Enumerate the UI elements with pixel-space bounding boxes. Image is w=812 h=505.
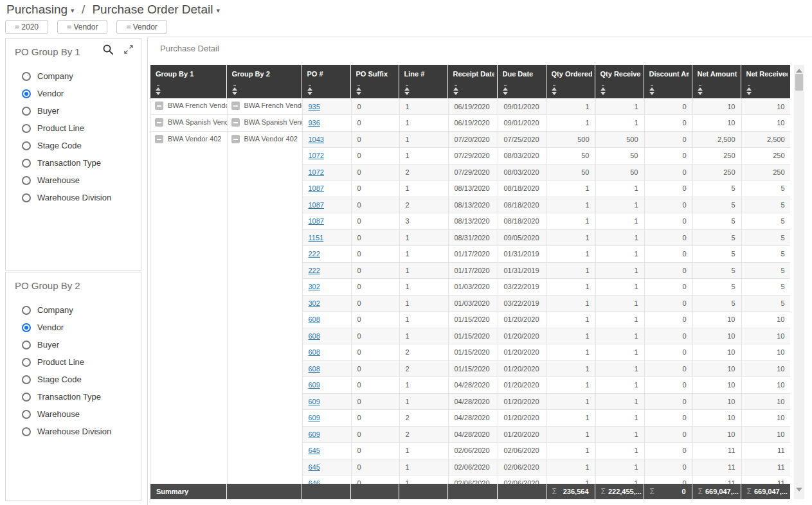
breadcrumb-section-dropdown[interactable]: Purchasing ▾ [6,3,75,17]
collapse-group-icon[interactable] [231,102,240,110]
radio-button-icon[interactable] [22,410,31,419]
sort-icon[interactable] [746,85,752,95]
po-number-link[interactable]: 645 [309,447,320,454]
po-number-link[interactable]: 1087 [309,217,324,225]
sort-icon[interactable] [600,85,606,95]
radio-button-icon[interactable] [22,306,31,315]
column-header-qty-ordered[interactable]: Qty Ordered [546,65,595,98]
sort-icon[interactable] [453,85,458,95]
search-icon[interactable] [102,44,114,55]
scroll-up-arrow-icon[interactable] [796,69,802,73]
radio-button-icon[interactable] [22,358,31,367]
column-header-net-received[interactable]: Net Received [741,65,790,98]
po-number-link[interactable]: 935 [309,103,320,111]
po-number-link[interactable]: 222 [309,267,320,274]
radio-option-warehouse[interactable]: Warehouse [6,405,141,423]
radio-option-vendor[interactable]: Vendor [6,85,141,102]
collapse-group-icon[interactable] [155,118,163,127]
po-number-link[interactable]: 936 [309,119,320,127]
po-number-link[interactable]: 1087 [309,184,324,192]
column-header-group-by-2[interactable]: Group By 2 [226,65,302,98]
radio-button-icon[interactable] [22,107,31,116]
radio-button-icon[interactable] [22,141,31,150]
filter-chip[interactable]: = 2020 [5,20,48,34]
po-number-link[interactable]: 608 [309,315,320,323]
radio-option-buyer[interactable]: Buyer [6,336,141,353]
po-number-link[interactable]: 645 [309,463,320,471]
sort-icon[interactable] [649,85,654,95]
radio-option-vendor[interactable]: Vendor [6,319,141,336]
sort-icon[interactable] [698,85,703,95]
column-header-po-suffix[interactable]: PO Suffix [350,65,399,98]
po-number-link[interactable]: 646 [309,479,320,484]
column-header-po-[interactable]: PO # [302,65,350,98]
po-number-link[interactable]: 609 [309,398,320,405]
radio-button-icon[interactable] [22,323,31,332]
radio-option-stage-code[interactable]: Stage Code [6,137,141,154]
radio-option-stage-code[interactable]: Stage Code [6,371,141,388]
radio-option-transaction-type[interactable]: Transaction Type [6,388,141,405]
data-cell: 1 [595,475,644,484]
column-header-line-[interactable]: Line # [399,65,447,98]
radio-option-company[interactable]: Company [6,301,141,319]
sort-icon[interactable] [356,85,361,95]
expand-icon[interactable] [123,44,134,55]
radio-button-icon[interactable] [22,341,31,350]
po-number-link[interactable]: 609 [309,381,320,389]
radio-option-company[interactable]: Company [6,67,141,85]
sort-icon[interactable] [404,85,410,95]
radio-button-icon[interactable] [22,72,31,81]
filter-chip[interactable]: = Vendor [57,20,107,34]
po-number-link[interactable]: 609 [309,414,320,421]
summary-cell: Σ236,564 [546,484,595,499]
sort-icon[interactable] [307,85,312,95]
column-header-qty-received[interactable]: Qty Received [595,65,644,98]
collapse-group-icon[interactable] [231,135,240,143]
radio-option-product-line[interactable]: Product Line [6,353,141,371]
radio-option-warehouse-division[interactable]: Warehouse Division [6,189,141,206]
radio-option-buyer[interactable]: Buyer [6,102,141,120]
radio-button-icon[interactable] [22,393,31,402]
po-number-link[interactable]: 609 [309,430,320,438]
radio-option-warehouse-division[interactable]: Warehouse Division [6,423,141,440]
radio-button-icon[interactable] [22,193,31,202]
po-number-link[interactable]: 1087 [309,201,324,209]
radio-button-icon[interactable] [22,176,31,185]
scrollbar-thumb[interactable] [795,74,803,91]
collapse-group-icon[interactable] [155,135,163,143]
sort-icon[interactable] [156,85,161,95]
po-number-link[interactable]: 222 [309,250,320,258]
radio-option-transaction-type[interactable]: Transaction Type [6,154,141,172]
column-header-group-by-1[interactable]: Group By 1 [150,65,226,98]
po-number-link[interactable]: 608 [309,365,320,373]
po-number-link[interactable]: 302 [309,283,320,290]
scroll-down-arrow-icon[interactable] [796,488,802,492]
column-header-net-amount[interactable]: Net Amount [692,65,741,98]
collapse-group-icon[interactable] [231,118,240,127]
po-number-link[interactable]: 608 [309,332,320,340]
sort-icon[interactable] [503,85,508,95]
radio-button-icon[interactable] [22,375,31,384]
radio-button-icon[interactable] [22,159,31,168]
column-header-due-date[interactable]: Due Date [497,65,546,98]
data-cell: 0 [351,328,399,344]
po-number-link[interactable]: 608 [309,348,320,356]
filter-chip[interactable]: = Vendor [116,20,167,34]
breadcrumb-page-dropdown[interactable]: Purchase Order Detail ▾ [92,3,220,17]
po-number-link[interactable]: 1072 [309,152,324,159]
po-number-link[interactable]: 1072 [309,168,324,176]
vertical-scrollbar[interactable] [794,65,804,499]
po-number-link[interactable]: 1043 [309,136,324,143]
radio-option-warehouse[interactable]: Warehouse [6,172,141,189]
column-header-discount-amt[interactable]: Discount Amt [644,65,692,98]
radio-button-icon[interactable] [22,89,31,98]
column-header-receipt-date[interactable]: Receipt Date [447,65,497,98]
collapse-group-icon[interactable] [155,102,163,110]
po-number-link[interactable]: 302 [309,299,320,307]
radio-button-icon[interactable] [22,124,31,133]
radio-option-product-line[interactable]: Product Line [6,120,141,137]
sort-icon[interactable] [232,85,237,95]
sort-icon[interactable] [552,85,557,95]
radio-button-icon[interactable] [22,427,31,436]
po-number-link[interactable]: 1151 [309,234,324,242]
